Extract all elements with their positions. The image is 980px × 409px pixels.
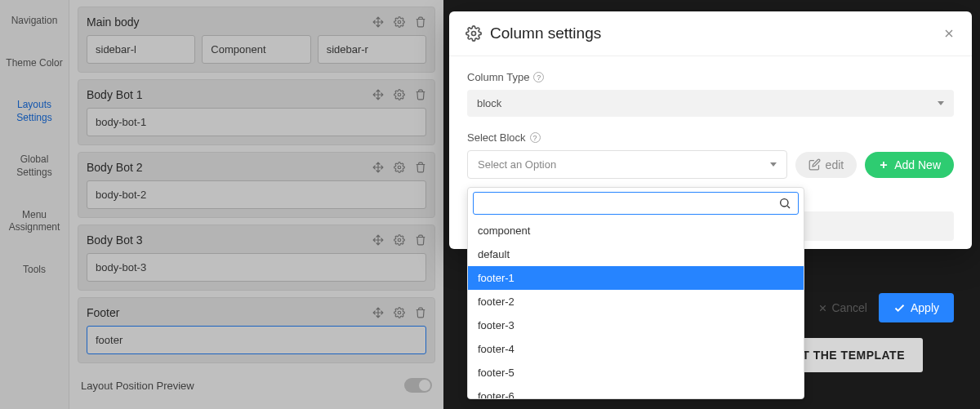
chip-body-bot-2[interactable]: body-bot-2 [87,180,426,209]
move-icon[interactable] [372,307,384,318]
section-main-body[interactable]: Main body sidebar-l Component sidebar-r [78,7,435,73]
leftnav-item-tools[interactable]: Tools [0,249,69,291]
trash-icon[interactable] [415,162,426,173]
svg-point-4 [398,311,401,314]
column-type-select[interactable]: block [467,90,954,117]
close-icon[interactable] [942,27,956,40]
chip-footer[interactable]: footer [87,326,426,354]
section-body-bot-3[interactable]: Body Bot 3 body-bot-3 [78,225,435,291]
cancel-button[interactable]: Cancel [817,301,867,314]
gear-icon[interactable] [394,16,405,28]
gear-icon[interactable] [394,234,405,246]
svg-point-1 [398,93,401,96]
section-body-bot-2[interactable]: Body Bot 2 body-bot-2 [78,152,435,218]
leftnav-item-global-settings[interactable]: Global Settings [0,139,69,193]
chevron-down-icon [938,101,944,105]
plus-icon [878,159,889,171]
dropdown-item[interactable]: footer-4 [468,337,804,361]
edit-icon [808,158,821,171]
select-block-label: Select Block ? [467,131,954,144]
svg-point-3 [398,238,401,242]
left-nav: Navigation Theme Color Layouts Settings … [0,0,69,409]
gear-icon[interactable] [394,307,405,318]
section-title: Main body [87,16,140,29]
svg-point-0 [398,20,401,24]
leftnav-item-menu-assignment[interactable]: Menu Assignment [0,194,69,249]
add-new-button[interactable]: Add New [865,152,954,178]
section-title: Body Bot 2 [87,161,143,174]
chevron-down-icon [770,162,777,167]
layout-panel: Main body sidebar-l Component sidebar-r … [69,0,443,409]
select-block-select[interactable]: Select an Option [467,150,787,179]
section-title: Footer [87,306,119,319]
dropdown-item[interactable]: footer-3 [468,313,804,337]
dropdown-item[interactable]: footer-6 [468,385,804,398]
leftnav-item-theme-color[interactable]: Theme Color [0,42,69,85]
chip-body-bot-1[interactable]: body-bot-1 [87,108,426,136]
chip-body-bot-3[interactable]: body-bot-3 [87,253,426,282]
gear-icon[interactable] [394,162,405,173]
svg-point-6 [781,199,788,207]
section-footer[interactable]: Footer footer [78,297,435,363]
dropdown-item[interactable]: footer-2 [468,290,804,313]
select-block-dropdown: component default footer-1 footer-2 foot… [467,187,804,399]
search-icon [778,197,791,210]
layout-preview-toggle[interactable] [404,378,432,393]
layout-preview-row: Layout Position Preview [78,370,435,401]
move-icon[interactable] [372,16,384,28]
check-icon [893,302,906,314]
select-block-placeholder: Select an Option [478,158,556,171]
dropdown-search-input[interactable] [480,197,778,210]
trash-icon[interactable] [415,307,426,318]
dropdown-item[interactable]: footer-5 [468,361,804,385]
dropdown-item[interactable]: default [468,242,804,266]
help-icon[interactable]: ? [530,132,541,143]
section-body-bot-1[interactable]: Body Bot 1 body-bot-1 [78,79,435,145]
column-type-label: Column Type ? [467,71,954,83]
chip-component[interactable]: Component [202,35,310,64]
move-icon[interactable] [372,162,384,173]
move-icon[interactable] [372,89,384,100]
trash-icon[interactable] [415,89,426,100]
section-title: Body Bot 1 [87,88,143,101]
svg-point-5 [472,32,476,36]
dropdown-list[interactable]: component default footer-1 footer-2 foot… [468,219,804,398]
help-icon[interactable]: ? [533,72,544,82]
svg-point-2 [398,166,401,169]
chip-sidebar-r[interactable]: sidebar-r [318,35,426,64]
move-icon[interactable] [372,234,384,246]
chip-sidebar-l[interactable]: sidebar-l [87,35,195,64]
section-title: Body Bot 3 [87,233,143,247]
layout-preview-label: Layout Position Preview [81,380,194,392]
edit-button[interactable]: edit [795,152,858,178]
trash-icon[interactable] [415,234,426,246]
gear-icon[interactable] [394,89,405,100]
dropdown-item[interactable]: footer-1 [468,266,804,290]
leftnav-item-layouts-settings[interactable]: Layouts Settings [0,84,69,139]
dropdown-item[interactable]: component [468,219,804,242]
leftnav-item-navigation[interactable]: Navigation [0,0,69,42]
close-icon [817,303,828,313]
column-type-value: block [477,97,501,109]
trash-icon[interactable] [415,16,426,28]
gear-icon [466,25,482,42]
apply-button[interactable]: Apply [879,293,954,322]
modal-title: Column settings [490,24,601,42]
